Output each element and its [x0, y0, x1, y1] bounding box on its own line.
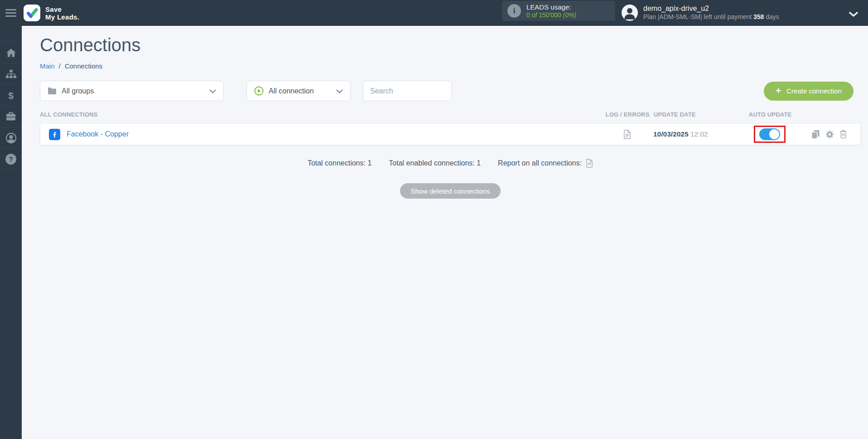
- logo-text: Save My Leads.: [45, 5, 79, 21]
- totals-row: Total connections: 1 Total enabled conne…: [40, 159, 861, 168]
- log-errors-cell: [604, 130, 650, 139]
- total-enabled-connections: Total enabled connections: 1: [389, 159, 481, 167]
- sidebar-item-billing[interactable]: $: [0, 84, 22, 106]
- top-header: Save My Leads. i LEADS usage: 0 of 150'0…: [0, 0, 868, 26]
- leads-usage-panel: i LEADS usage: 0 of 150'000 (0%): [502, 1, 615, 21]
- logo-badge: [24, 5, 40, 21]
- billing-icon: $: [8, 91, 14, 100]
- sidebar-item-help[interactable]: ?: [0, 148, 22, 170]
- connection-filter-label: All connection: [269, 87, 314, 95]
- auto-update-cell: [731, 126, 808, 143]
- sidebar-spacer: [0, 26, 22, 42]
- leads-usage-value: 0 of 150'000 (0%): [526, 11, 576, 19]
- groups-filter-dropdown[interactable]: All groups: [40, 81, 224, 101]
- plan-prefix: Plan |ADM-SML-SM| left until payment: [643, 13, 753, 20]
- connection-name-link[interactable]: Facebook - Copper: [67, 130, 129, 138]
- column-header-auto-update: AUTO UPDATE: [732, 111, 809, 118]
- hamburger-menu-button[interactable]: [0, 0, 22, 26]
- update-time: 12:02: [690, 130, 708, 138]
- auto-update-toggle[interactable]: [759, 128, 780, 140]
- settings-gear-icon[interactable]: [825, 130, 834, 139]
- create-connection-label: Create connection: [786, 87, 842, 95]
- leads-used: 0: [526, 11, 530, 19]
- table-column-headers: ALL CONNECTIONS LOG / ERRORS UPDATE DATE…: [40, 111, 861, 118]
- services-icon: [5, 112, 16, 121]
- row-actions: [808, 130, 860, 139]
- sidebar-item-home[interactable]: [0, 42, 22, 63]
- annotation-highlight-box: [754, 126, 786, 143]
- help-icon: ?: [5, 154, 16, 165]
- connection-filter-dropdown[interactable]: All connection: [246, 81, 351, 101]
- log-document-icon[interactable]: [623, 130, 631, 139]
- home-icon: [6, 48, 16, 58]
- hamburger-bar: [5, 15, 16, 17]
- column-header-update-date: UPDATE DATE: [650, 111, 732, 118]
- user-info: demo_apix-drive_u2 Plan |ADM-SML-SM| lef…: [643, 4, 779, 21]
- info-icon: i: [507, 4, 521, 18]
- chevron-down-icon[interactable]: [849, 10, 858, 19]
- trash-icon[interactable]: [839, 130, 847, 139]
- user-menu[interactable]: demo_apix-drive_u2 Plan |ADM-SML-SM| lef…: [622, 4, 779, 21]
- search-input[interactable]: [363, 81, 452, 101]
- connection-row: Facebook - Copper 10/03/2025 12:02: [40, 123, 861, 145]
- update-date: 10/03/2025: [653, 130, 689, 138]
- app-logo[interactable]: Save My Leads.: [24, 5, 79, 21]
- account-icon: [5, 132, 17, 144]
- toggle-knob: [769, 129, 779, 139]
- update-date-cell: 10/03/2025 12:02: [650, 130, 731, 138]
- column-header-log-errors: LOG / ERRORS: [605, 111, 650, 118]
- connection-name-cell: Facebook - Copper: [40, 129, 604, 140]
- chevron-down-icon: [336, 87, 343, 95]
- user-avatar-icon: [622, 5, 638, 21]
- copy-icon[interactable]: [811, 130, 820, 139]
- chevron-down-icon: [209, 87, 216, 95]
- sidebar: $ ?: [0, 26, 22, 439]
- days-suffix: days: [764, 13, 779, 20]
- days-left: 358: [753, 13, 764, 20]
- sidebar-item-integrations[interactable]: [0, 63, 22, 84]
- sidebar-item-account[interactable]: [0, 127, 22, 148]
- breadcrumb: Main / Connections: [40, 62, 861, 70]
- page-title: Connections: [40, 35, 861, 55]
- leads-usage-label: LEADS usage:: [526, 3, 576, 11]
- breadcrumb-current: Connections: [65, 62, 102, 70]
- create-connection-button[interactable]: + Create connection: [764, 82, 854, 101]
- logo-checkmark-icon: [24, 5, 40, 21]
- sidebar-item-services[interactable]: [0, 106, 22, 127]
- groups-filter-label: All groups: [62, 87, 94, 95]
- hamburger-bar: [5, 9, 16, 10]
- leads-total: 150'000: [539, 11, 561, 19]
- main-content: Connections Main / Connections All group…: [22, 26, 868, 439]
- report-label: Report on all connections:: [498, 159, 582, 167]
- breadcrumb-main-link[interactable]: Main: [40, 62, 55, 70]
- breadcrumb-separator: /: [59, 62, 61, 70]
- leads-usage-text: LEADS usage: 0 of 150'000 (0%): [526, 3, 576, 19]
- report-all-connections: Report on all connections:: [498, 159, 593, 168]
- play-circle-icon: [254, 86, 264, 96]
- leads-of: of: [530, 11, 539, 19]
- show-deleted-connections-button[interactable]: Show deleted connections: [400, 183, 500, 199]
- user-plan: Plan |ADM-SML-SM| left until payment 358…: [643, 13, 779, 21]
- plus-icon: +: [776, 86, 781, 95]
- leads-percent: (0%): [561, 11, 576, 19]
- filter-row: All groups All connection + Create conne…: [40, 81, 861, 101]
- integrations-icon: [5, 69, 17, 79]
- column-header-all-connections: ALL CONNECTIONS: [40, 111, 605, 118]
- report-document-icon[interactable]: [586, 159, 593, 168]
- facebook-icon: [49, 129, 60, 140]
- total-connections: Total connections: 1: [308, 159, 371, 167]
- user-name: demo_apix-drive_u2: [643, 4, 779, 13]
- hamburger-bar: [5, 12, 16, 14]
- folder-icon: [48, 87, 57, 95]
